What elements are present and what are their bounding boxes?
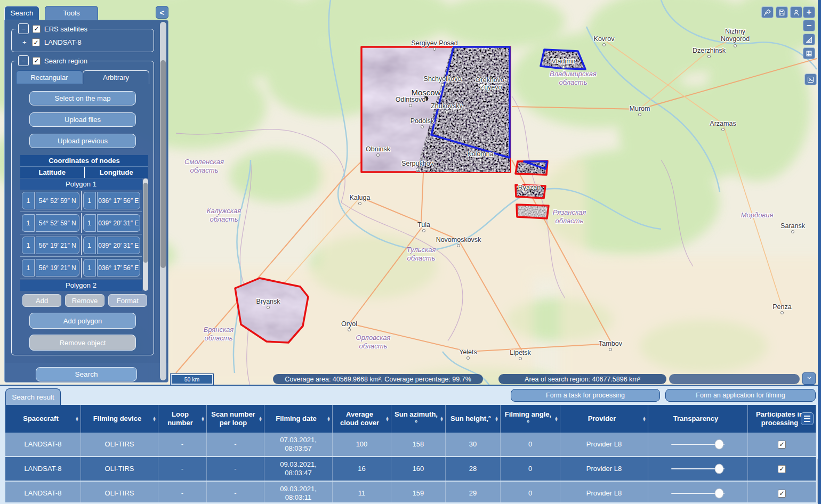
result-row[interactable]: LANDSAT-8OLI-TIRS--09.03.2021,08:03:4716…: [5, 457, 816, 482]
lon-value-button[interactable]: 039° 20′ 31″ E: [97, 214, 141, 232]
form-task-button[interactable]: Form a task for processing: [511, 389, 660, 402]
format-button[interactable]: Format: [108, 294, 147, 307]
node-index-button[interactable]: 1: [22, 259, 35, 277]
search-region-checkbox[interactable]: [33, 57, 41, 65]
cell-loop: -: [158, 457, 207, 481]
cell-date: 09.03.2021,08:03:47: [264, 457, 333, 481]
sort-icon[interactable]: ▲▼: [259, 416, 262, 422]
column-header[interactable]: Sun height,°▲▼: [446, 405, 501, 433]
sort-icon[interactable]: ▲▼: [201, 416, 205, 422]
remove-node-button[interactable]: Remove: [65, 294, 104, 307]
tab-search-result[interactable]: Search result: [5, 388, 61, 405]
lon-value-button[interactable]: 036° 17′ 56″ E: [97, 259, 141, 277]
column-header-label: Scan number per loop: [210, 410, 256, 428]
form-application-button[interactable]: Form an application for filming: [665, 389, 816, 402]
expand-icon[interactable]: +: [22, 38, 28, 46]
transparency-slider[interactable]: [671, 493, 725, 494]
user-button[interactable]: [790, 6, 802, 18]
measure-icon: [805, 36, 813, 44]
menu-icon-button[interactable]: [801, 412, 814, 425]
column-header[interactable]: Filming device▲▼: [81, 405, 158, 433]
column-header[interactable]: Participates in processing: [748, 405, 816, 433]
coordinates-scrollbar[interactable]: [143, 178, 148, 291]
coordinates-scroll-area[interactable]: Polygon 1154° 52′ 59″ N1036° 17′ 56″ E15…: [20, 178, 148, 291]
add-polygon-button[interactable]: Add polygon: [29, 313, 136, 329]
lat-value-button[interactable]: 56° 19′ 21″ N: [36, 259, 79, 277]
transparency-slider[interactable]: [671, 468, 725, 469]
participates-checkbox[interactable]: [778, 490, 786, 498]
column-header[interactable]: Transparency: [648, 405, 748, 433]
tab-search[interactable]: Search: [4, 6, 39, 20]
column-header[interactable]: Filming angle,°▲▼: [501, 405, 560, 433]
slider-thumb[interactable]: [715, 489, 724, 499]
collapse-satellites-button[interactable]: −: [18, 23, 29, 34]
cell-spacecraft: LANDSAT-8: [5, 457, 81, 481]
sort-icon[interactable]: ▲▼: [327, 416, 331, 422]
column-header[interactable]: Loop number▲▼: [158, 405, 207, 433]
column-header[interactable]: Scan number per loop▲▼: [207, 405, 264, 433]
participates-checkbox[interactable]: [778, 441, 786, 449]
sidebar-collapse-button[interactable]: <: [156, 6, 168, 19]
column-header[interactable]: Filming date▲▼: [264, 405, 333, 433]
sort-icon[interactable]: ▲▼: [554, 416, 558, 422]
tab-rectangular[interactable]: Rectangular: [16, 70, 83, 84]
column-header[interactable]: Sun azimuth,°▲▼: [391, 405, 446, 433]
result-row[interactable]: LANDSAT-8OLI-TIRS--07.03.2021,08:03:5710…: [5, 433, 816, 457]
node-index-button[interactable]: 1: [83, 237, 96, 254]
lat-value-button[interactable]: 54° 52′ 59″ N: [36, 192, 79, 209]
search-region-legend: Search region: [44, 57, 87, 65]
upload-files-button[interactable]: Upload files: [29, 112, 136, 127]
sort-icon[interactable]: ▲▼: [495, 416, 498, 422]
cell-angle: 0: [501, 457, 560, 481]
coordinates-body: Polygon 1154° 52′ 59″ N1036° 17′ 56″ E15…: [20, 178, 142, 291]
upload-previous-button[interactable]: Upload previous: [29, 134, 136, 148]
results-table-body: LANDSAT-8OLI-TIRS--07.03.2021,08:03:5710…: [5, 433, 816, 502]
sort-icon[interactable]: ▲▼: [152, 416, 156, 422]
satellites-checkbox[interactable]: [33, 25, 41, 33]
sort-icon[interactable]: ▲▼: [642, 416, 646, 422]
node-index-button[interactable]: 1: [83, 259, 96, 277]
lon-cell: 1036° 17′ 56″ E: [82, 258, 142, 278]
node-index-button[interactable]: 1: [22, 192, 35, 209]
tab-arbitrary[interactable]: Arbitrary: [83, 70, 149, 84]
measure-button[interactable]: [803, 34, 815, 45]
save-button[interactable]: [776, 6, 788, 18]
column-header[interactable]: Provider▲▼: [560, 405, 648, 433]
column-header[interactable]: Spacecraft▲▼: [5, 405, 81, 433]
sort-icon[interactable]: ▲▼: [385, 416, 389, 422]
zoom-out-button[interactable]: −: [803, 20, 815, 31]
tab-tools[interactable]: Tools: [45, 6, 98, 20]
sort-icon[interactable]: ▲▼: [440, 416, 444, 422]
transparency-slider[interactable]: [671, 444, 725, 445]
node-index-button[interactable]: 1: [83, 192, 96, 209]
satellite-button[interactable]: [761, 6, 774, 18]
sidebar-scrollbar[interactable]: [160, 22, 166, 380]
export-image-button[interactable]: [804, 74, 817, 85]
node-index-button[interactable]: 1: [83, 214, 96, 232]
select-on-map-button[interactable]: Select on the map: [29, 91, 136, 105]
participates-checkbox[interactable]: [778, 465, 786, 473]
add-node-button[interactable]: Add: [22, 294, 61, 307]
statusbar-collapse-button[interactable]: [802, 372, 816, 385]
landsat8-checkbox[interactable]: [32, 38, 40, 46]
grid-button[interactable]: [803, 47, 815, 59]
slider-thumb[interactable]: [715, 464, 724, 474]
cell-participates: [748, 433, 816, 456]
lat-value-button[interactable]: 54° 52′ 59″ N: [36, 214, 79, 232]
sort-icon[interactable]: ▲▼: [75, 416, 79, 422]
search-button[interactable]: Search: [36, 367, 137, 381]
remove-object-button[interactable]: Remove object: [29, 335, 136, 351]
lon-value-button[interactable]: 039° 20′ 31″ E: [97, 237, 141, 254]
cell-spacecraft: LANDSAT-8: [5, 482, 81, 502]
zoom-in-button[interactable]: +: [803, 6, 815, 18]
node-index-button[interactable]: 1: [22, 237, 35, 254]
slider-thumb[interactable]: [715, 440, 724, 450]
node-index-button[interactable]: 1: [22, 214, 35, 232]
column-header[interactable]: Average cloud cover▲▼: [333, 405, 391, 433]
result-row[interactable]: LANDSAT-8OLI-TIRS--09.03.2021,08:03:1111…: [5, 482, 816, 502]
lon-value-button[interactable]: 036° 17′ 56″ E: [97, 192, 141, 209]
collapse-region-button[interactable]: −: [18, 55, 29, 66]
latitude-column-header: Latitude: [20, 167, 85, 178]
lat-value-button[interactable]: 56° 19′ 21″ N: [36, 237, 79, 254]
cell-cloud: 100: [333, 433, 391, 456]
